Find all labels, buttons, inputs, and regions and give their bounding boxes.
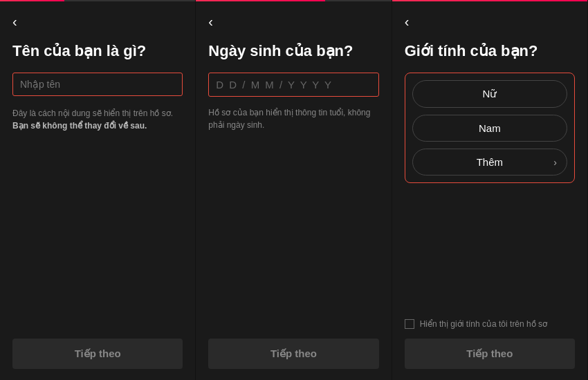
panel-title-2: Ngày sinh của bạn? — [208, 42, 378, 60]
back-button-3[interactable]: ‹ — [405, 14, 421, 30]
name-hint: Đây là cách nội dung sẽ hiển thị trên hồ… — [12, 107, 183, 132]
show-gender-row: Hiển thị giới tính của tôi trên hồ sơ — [405, 319, 575, 329]
hint-line2: Bạn sẽ không thể thay đổi về sau. — [12, 121, 147, 131]
progress-bar-1 — [0, 0, 195, 1]
back-button-2[interactable]: ‹ — [208, 14, 225, 30]
dob-input-container[interactable]: D D / M M / Y Y Y Y — [208, 73, 378, 97]
progress-fill-2 — [196, 0, 324, 1]
gender-option-nam[interactable]: Nam — [412, 115, 567, 142]
panel2-bottom: Tiếp theo — [208, 339, 378, 369]
panel-title-3: Giới tính của bạn? — [405, 42, 575, 60]
dob-hint: Hồ sơ của bạn hiển thị thông tin tuổi, k… — [208, 106, 378, 131]
panel-birthday: ‹ Ngày sinh của bạn? D D / M M / Y Y Y Y… — [196, 0, 392, 380]
gender-nu-label: Nữ — [482, 88, 497, 100]
next-button-3[interactable]: Tiếp theo — [405, 339, 575, 369]
panel-name: ‹ Tên của bạn là gì? Đây là cách nội dun… — [0, 0, 196, 380]
progress-fill-3 — [392, 0, 587, 1]
back-button-1[interactable]: ‹ — [12, 14, 29, 30]
dob-placeholder-text: D D / M M / Y Y Y Y — [216, 79, 333, 91]
chevron-icon: › — [553, 157, 557, 168]
panel-title-1: Tên của bạn là gì? — [12, 42, 183, 60]
progress-fill-1 — [0, 0, 64, 1]
hint-line1: Đây là cách nội dung sẽ hiển thị trên hồ… — [12, 108, 173, 118]
gender-option-nu[interactable]: Nữ — [412, 80, 567, 108]
panel3-bottom: Hiển thị giới tính của tôi trên hồ sơ Ti… — [405, 319, 575, 369]
next-button-1[interactable]: Tiếp theo — [12, 339, 183, 369]
progress-bar-3 — [392, 0, 587, 1]
panel1-bottom: Tiếp theo — [12, 339, 183, 369]
next-button-2[interactable]: Tiếp theo — [208, 339, 378, 369]
gender-option-them[interactable]: Thêm › — [412, 149, 567, 175]
gender-them-label: Thêm — [477, 156, 503, 168]
show-gender-checkbox[interactable] — [405, 319, 414, 329]
show-gender-label: Hiển thị giới tính của tôi trên hồ sơ — [420, 319, 547, 329]
gender-options-container: Nữ Nam Thêm › — [405, 73, 575, 183]
panel-gender: ‹ Giới tính của bạn? Nữ Nam Thêm › Hiển … — [392, 0, 588, 380]
name-input[interactable] — [12, 73, 183, 96]
gender-nam-label: Nam — [479, 122, 501, 134]
progress-bar-2 — [196, 0, 391, 1]
